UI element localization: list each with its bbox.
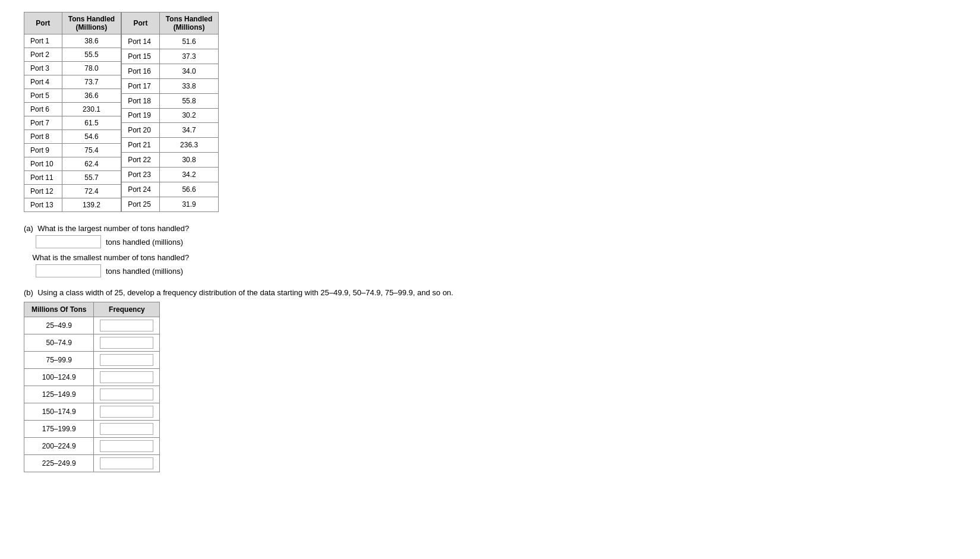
port-name-cell: Port 25 [122,197,160,211]
list-item: 125–149.9 [24,386,160,403]
tons-value-cell: 72.4 [62,185,121,198]
port-name-cell: Port 11 [24,171,62,185]
port-name-cell: Port 24 [122,182,160,197]
tons-value-cell: 55.7 [62,171,121,185]
table-row: Port 2456.6 [122,182,219,197]
table-row: Port 13139.2 [24,198,121,212]
tons-value-cell: 55.8 [159,93,218,108]
tons-value-cell: 56.6 [159,182,218,197]
tons-value-cell: 51.6 [159,34,218,49]
port-name-cell: Port 16 [122,64,160,78]
tons-value-cell: 34.7 [159,123,218,138]
table-row: Port 2230.8 [122,153,219,168]
tons-value-cell: 36.6 [62,89,121,103]
port-name-cell: Port 22 [122,153,160,168]
list-item: 175–199.9 [24,421,160,438]
tons-value-cell: 31.9 [159,197,218,211]
frequency-input[interactable] [100,320,153,331]
range-label: 150–174.9 [24,403,94,421]
table-row: Port 1062.4 [24,157,121,171]
port-name-cell: Port 21 [122,138,160,153]
largest-tons-input[interactable] [36,235,101,248]
port-name-cell: Port 15 [122,49,160,64]
range-label: 25–49.9 [24,317,94,334]
table-row: Port 975.4 [24,144,121,157]
frequency-cell [94,438,160,455]
port-name-cell: Port 14 [122,34,160,49]
range-label: 225–249.9 [24,455,94,472]
port-name-cell: Port 5 [24,89,62,103]
port-name-cell: Port 8 [24,130,62,144]
ports-table-wrapper: Port Tons Handled(Millions) Port 138.6Po… [24,12,559,212]
tons-value-cell: 38.6 [62,34,121,48]
frequency-input[interactable] [100,406,153,418]
frequency-input[interactable] [100,371,153,383]
part-b-section: (b) Using a class width of 25, develop a… [24,288,559,472]
table-row: Port 854.6 [24,130,121,144]
table-row: Port 761.5 [24,116,121,130]
tons-value-cell: 55.5 [62,48,121,62]
largest-unit-label: tons handled (millions) [106,238,183,247]
port-name-cell: Port 2 [24,48,62,62]
frequency-cell [94,317,160,334]
frequency-input[interactable] [100,337,153,349]
freq-col-frequency-header: Frequency [94,302,160,317]
frequency-cell [94,352,160,369]
list-item: 25–49.9 [24,317,160,334]
smallest-tons-input[interactable] [36,264,101,277]
port-name-cell: Port 6 [24,103,62,116]
frequency-table: Millions Of Tons Frequency 25–49.950–74.… [24,302,160,472]
port-name-cell: Port 9 [24,144,62,157]
table-row: Port 138.6 [24,34,121,48]
part-a-smallest-input-line: tons handled (millions) [36,264,559,277]
port-name-cell: Port 3 [24,62,62,75]
port-name-cell: Port 20 [122,123,160,138]
tons-value-cell: 34.0 [159,64,218,78]
frequency-cell [94,403,160,421]
part-b-letter: (b) [24,288,33,297]
list-item: 200–224.9 [24,438,160,455]
smallest-unit-label: tons handled (millions) [106,267,183,276]
table-row: Port 1537.3 [122,49,219,64]
range-label: 125–149.9 [24,386,94,403]
table-row: Port 2334.2 [122,168,219,182]
table-row: Port 1930.2 [122,108,219,123]
tons-value-cell: 75.4 [62,144,121,157]
tons-value-cell: 73.7 [62,75,121,89]
right-col-tons-header: Tons Handled(Millions) [159,12,218,34]
table-row: Port 6230.1 [24,103,121,116]
table-row: Port 473.7 [24,75,121,89]
part-a-question-largest: (a) What is the largest number of tons h… [24,224,559,233]
left-col-tons-header: Tons Handled(Millions) [62,12,121,34]
list-item: 100–124.9 [24,369,160,386]
table-row: Port 1272.4 [24,185,121,198]
tons-value-cell: 34.2 [159,168,218,182]
table-row: Port 378.0 [24,62,121,75]
frequency-cell [94,369,160,386]
table-row: Port 536.6 [24,89,121,103]
table-row: Port 1733.8 [122,78,219,93]
port-name-cell: Port 4 [24,75,62,89]
port-name-cell: Port 7 [24,116,62,130]
tons-value-cell: 230.1 [62,103,121,116]
table-row: Port 2034.7 [122,123,219,138]
table-row: Port 1634.0 [122,64,219,78]
port-name-cell: Port 12 [24,185,62,198]
port-name-cell: Port 18 [122,93,160,108]
part-b-description: (b) Using a class width of 25, develop a… [24,288,559,297]
frequency-input[interactable] [100,457,153,469]
frequency-input[interactable] [100,440,153,452]
frequency-input[interactable] [100,389,153,400]
table-row: Port 1855.8 [122,93,219,108]
tons-value-cell: 61.5 [62,116,121,130]
port-name-cell: Port 17 [122,78,160,93]
tons-value-cell: 33.8 [159,78,218,93]
port-table-right: Port Tons Handled(Millions) Port 1451.6P… [121,12,219,212]
table-row: Port 1155.7 [24,171,121,185]
frequency-input[interactable] [100,423,153,435]
port-name-cell: Port 19 [122,108,160,123]
table-row: Port 1451.6 [122,34,219,49]
freq-col-millions-header: Millions Of Tons [24,302,94,317]
tons-value-cell: 62.4 [62,157,121,171]
frequency-input[interactable] [100,354,153,366]
